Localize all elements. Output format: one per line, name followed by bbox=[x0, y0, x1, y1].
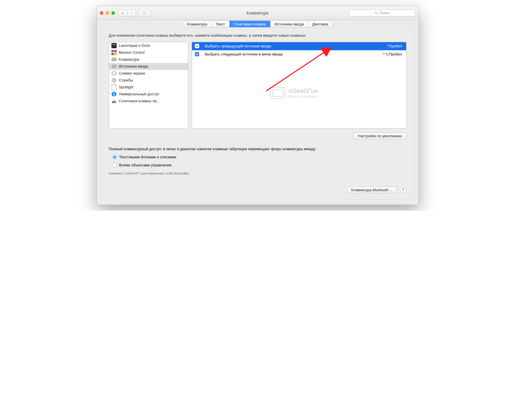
shortcut-row-prev-source[interactable]: Выбрать предыдущий источник ввода ^Пробе… bbox=[192, 42, 406, 50]
svg-rect-18 bbox=[114, 65, 114, 66]
apps-icon bbox=[111, 99, 117, 104]
tab-shortcuts[interactable]: Сочетания клавиш bbox=[229, 21, 270, 27]
radio-label: Всеми объектами управления bbox=[119, 162, 171, 168]
svg-rect-3 bbox=[112, 44, 116, 45]
shortcut-keys[interactable]: ^Пробел bbox=[387, 44, 402, 48]
help-button[interactable]: ? bbox=[400, 187, 406, 193]
category-label: Снимки экрана bbox=[119, 71, 145, 75]
content-panel: Клавиатура Текст Сочетания клавиш Источн… bbox=[101, 24, 414, 200]
gear-icon bbox=[111, 78, 117, 83]
launchpad-icon bbox=[111, 43, 117, 48]
titlebar: Клавиатура Поиск bbox=[97, 6, 418, 20]
svg-point-23 bbox=[113, 79, 115, 81]
svg-rect-14 bbox=[112, 60, 116, 60]
category-label: Launchpad и Dock bbox=[119, 43, 150, 48]
document-icon bbox=[111, 85, 117, 90]
category-mission-control[interactable]: Mission Control bbox=[109, 49, 188, 56]
search-icon bbox=[374, 11, 378, 15]
svg-rect-11 bbox=[114, 58, 114, 59]
category-label: Универсальный доступ bbox=[119, 92, 159, 96]
svg-rect-2 bbox=[111, 43, 117, 48]
category-input-sources[interactable]: Источники ввода bbox=[109, 63, 188, 70]
checkbox[interactable] bbox=[195, 44, 199, 48]
close-window-button[interactable] bbox=[100, 11, 103, 15]
svg-rect-15 bbox=[111, 65, 117, 68]
tab-text[interactable]: Текст bbox=[212, 21, 229, 27]
tab-keyboard[interactable]: Клавиатура bbox=[183, 21, 211, 27]
svg-rect-17 bbox=[113, 65, 113, 66]
chevron-left-icon bbox=[121, 12, 124, 14]
category-label: Сочетания клавиш пр… bbox=[119, 99, 161, 103]
category-spotlight[interactable]: Spotlight bbox=[109, 84, 188, 91]
shortcut-label: Выбрать предыдущий источник ввода bbox=[205, 44, 387, 48]
svg-line-1 bbox=[377, 14, 378, 14]
keyboard-icon bbox=[111, 64, 117, 69]
svg-point-33 bbox=[113, 92, 114, 93]
fka-option-text-lists[interactable]: Текстовыми блоками и списками bbox=[112, 154, 406, 160]
category-label: Источники ввода bbox=[119, 64, 148, 68]
checkbox[interactable] bbox=[195, 52, 199, 56]
category-label: Mission Control bbox=[119, 50, 145, 55]
bluetooth-keyboard-button[interactable]: Клавиатура Bluetooth… bbox=[347, 187, 397, 193]
forward-button[interactable] bbox=[127, 10, 136, 16]
category-label: Spotlight bbox=[119, 85, 134, 89]
search-field[interactable]: Поиск bbox=[349, 10, 415, 16]
svg-rect-10 bbox=[113, 58, 113, 59]
tab-dictation[interactable]: Диктовка bbox=[308, 21, 332, 27]
svg-rect-20 bbox=[115, 65, 116, 66]
svg-rect-19 bbox=[115, 65, 115, 66]
back-button[interactable] bbox=[118, 10, 127, 16]
minimize-window-button[interactable] bbox=[106, 11, 109, 15]
chevron-right-icon bbox=[130, 12, 133, 14]
search-placeholder: Поиск bbox=[379, 11, 389, 15]
tab-input-sources[interactable]: Источники ввода bbox=[270, 21, 308, 27]
category-label: Клавиатура bbox=[119, 57, 139, 62]
window-body: Клавиатура Текст Сочетания клавиш Источн… bbox=[97, 20, 418, 205]
check-icon bbox=[195, 53, 199, 56]
category-launchpad[interactable]: Launchpad и Dock bbox=[109, 42, 188, 49]
svg-point-0 bbox=[375, 12, 377, 14]
fka-footnote: Нажмите Control+F7 для изменения этой на… bbox=[109, 171, 406, 176]
category-accessibility[interactable]: Универсальный доступ bbox=[109, 91, 188, 98]
shortcut-row-next-source[interactable]: Выбрать следующий источник в меню ввода … bbox=[192, 50, 406, 58]
radio-button[interactable] bbox=[112, 163, 117, 168]
mission-control-icon bbox=[111, 50, 117, 55]
svg-line-29 bbox=[115, 81, 116, 82]
shortcut-keys[interactable]: ^⌥Пробел bbox=[383, 52, 402, 56]
svg-rect-16 bbox=[112, 65, 113, 66]
watermark-title: #ОкейГик bbox=[288, 88, 318, 94]
svg-line-30 bbox=[115, 79, 116, 79]
svg-rect-35 bbox=[114, 101, 116, 103]
svg-rect-4 bbox=[111, 50, 114, 52]
category-services[interactable]: Службы bbox=[109, 77, 188, 84]
svg-rect-6 bbox=[111, 53, 114, 55]
category-screenshots[interactable]: Снимки экрана bbox=[109, 70, 188, 77]
zoom-window-button[interactable] bbox=[111, 11, 115, 15]
shortcut-list[interactable]: Выбрать предыдущий источник ввода ^Пробе… bbox=[192, 42, 406, 129]
svg-rect-8 bbox=[111, 58, 117, 61]
svg-rect-22 bbox=[112, 72, 116, 75]
keyboard-icon bbox=[111, 57, 117, 62]
check-icon bbox=[195, 44, 199, 48]
svg-line-28 bbox=[112, 79, 113, 79]
fka-option-all-controls[interactable]: Всеми объектами управления bbox=[112, 162, 406, 168]
grid-icon bbox=[142, 11, 147, 15]
svg-point-34 bbox=[112, 101, 114, 103]
category-app-shortcuts[interactable]: Сочетания клавиш пр… bbox=[109, 98, 188, 105]
svg-rect-13 bbox=[115, 58, 116, 59]
window-controls bbox=[100, 11, 115, 15]
accessibility-icon bbox=[111, 92, 117, 97]
restore-defaults-button[interactable]: Настройки по умолчанию bbox=[354, 133, 406, 139]
preferences-window: Клавиатура Поиск Клавиатура Текст Сочета… bbox=[97, 6, 419, 205]
tab-bar: Клавиатура Текст Сочетания клавиш Источн… bbox=[182, 21, 332, 27]
svg-line-31 bbox=[112, 81, 113, 82]
svg-rect-9 bbox=[112, 58, 113, 59]
category-label: Службы bbox=[119, 78, 133, 82]
watermark: #ОкейГик Ваш it-помощник bbox=[270, 87, 318, 99]
radio-button[interactable] bbox=[112, 155, 117, 159]
category-keyboard[interactable]: Клавиатура bbox=[109, 56, 188, 63]
svg-rect-12 bbox=[115, 58, 115, 59]
screenshot-icon bbox=[111, 71, 117, 76]
category-list[interactable]: Launchpad и Dock Mission Control Клавиат… bbox=[109, 42, 188, 129]
show-all-button[interactable] bbox=[138, 10, 151, 16]
